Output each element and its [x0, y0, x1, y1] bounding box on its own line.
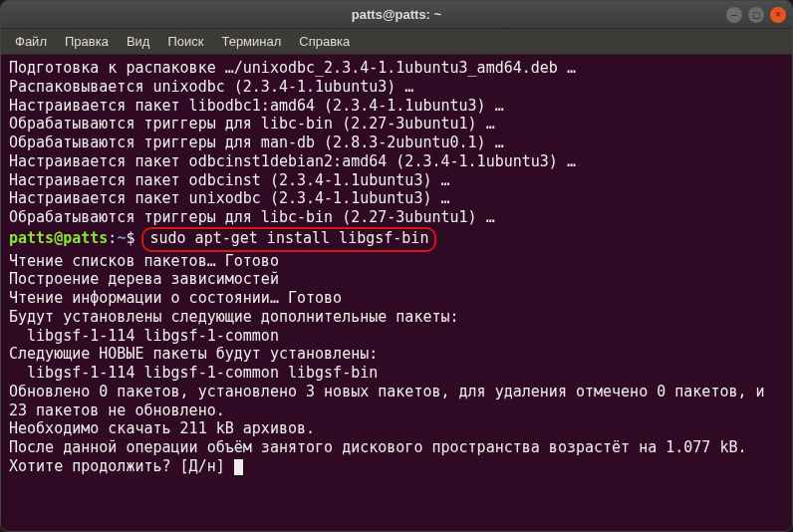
command-text: sudo apt-get install libgsf-bin — [149, 229, 428, 247]
terminal-window: patts@patts: ~ – ◻ × Файл Правка Вид Пои… — [0, 0, 793, 532]
output-line: Настраивается пакет odbcinst1debian2:amd… — [9, 152, 784, 171]
output-line: Настраивается пакет libodbc1:amd64 (2.3.… — [9, 97, 784, 116]
prompt-line: patts@patts:~$ sudo apt-get install libg… — [9, 227, 784, 252]
output-line: Настраивается пакет odbcinst (2.3.4-1.1u… — [9, 171, 784, 190]
output-line: Построение дерева зависимостей — [9, 270, 784, 289]
minimize-button[interactable]: – — [726, 7, 742, 23]
menubar: Файл Правка Вид Поиск Терминал Справка — [1, 29, 792, 55]
output-line: Подготовка к распаковке …/unixodbc_2.3.4… — [9, 59, 784, 78]
titlebar: patts@patts: ~ – ◻ × — [1, 1, 792, 29]
terminal-output[interactable]: Подготовка к распаковке …/unixodbc_2.3.4… — [1, 55, 792, 531]
menu-terminal[interactable]: Терминал — [213, 31, 289, 52]
output-line: libgsf-1-114 libgsf-1-common libgsf-bin — [9, 364, 784, 383]
close-button[interactable]: × — [770, 7, 786, 23]
output-line: Необходимо скачать 211 kB архивов. — [9, 419, 784, 438]
output-line: Хотите продолжить? [Д/н] — [9, 457, 784, 476]
window-controls: – ◻ × — [726, 7, 786, 23]
menu-help[interactable]: Справка — [291, 31, 358, 52]
prompt-dollar: $ — [126, 229, 134, 247]
maximize-button[interactable]: ◻ — [748, 7, 764, 23]
cursor — [234, 459, 243, 475]
menu-file[interactable]: Файл — [7, 31, 55, 52]
output-line: Настраивается пакет unixodbc (2.3.4-1.1u… — [9, 189, 784, 208]
output-line: Обрабатываются триггеры для libc-bin (2.… — [9, 208, 784, 227]
output-line: Чтение списков пакетов… Готово — [9, 252, 784, 271]
output-line: Обрабатываются триггеры для man-db (2.8.… — [9, 133, 784, 152]
output-line: Обновлено 0 пакетов, установлено 3 новых… — [9, 383, 784, 420]
output-line: После данной операции объём занятого дис… — [9, 438, 784, 457]
output-line: Чтение информации о состоянии… Готово — [9, 289, 784, 308]
output-line: Следующие НОВЫЕ пакеты будут установлены… — [9, 345, 784, 364]
menu-view[interactable]: Вид — [119, 31, 158, 52]
output-line: Будут установлены следующие дополнительн… — [9, 308, 784, 327]
menu-search[interactable]: Поиск — [159, 31, 211, 52]
menu-edit[interactable]: Правка — [57, 31, 117, 52]
output-line: Распаковывается unixodbc (2.3.4-1.1ubunt… — [9, 78, 784, 97]
window-title: patts@patts: ~ — [352, 7, 441, 22]
continue-prompt: Хотите продолжить? [Д/н] — [9, 457, 234, 475]
prompt-userhost: patts@patts — [9, 229, 108, 247]
output-line: libgsf-1-114 libgsf-1-common — [9, 327, 784, 346]
output-line: Обрабатываются триггеры для libc-bin (2.… — [9, 115, 784, 133]
command-highlight: sudo apt-get install libgsf-bin — [141, 227, 436, 252]
